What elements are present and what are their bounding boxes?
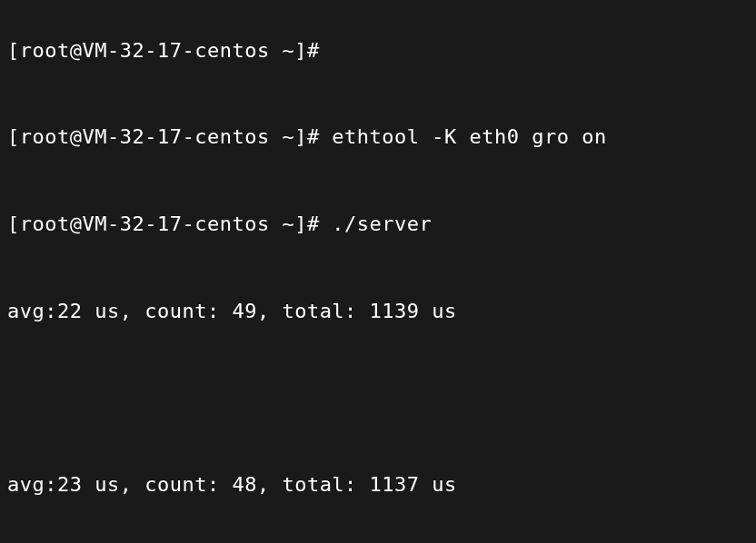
terminal-window[interactable]: [root@VM-32-17-centos ~]# [root@VM-32-17… [0, 0, 756, 543]
output-line: avg:23 us, count: 48, total: 1137 us [7, 470, 749, 499]
prompt-line: [root@VM-32-17-centos ~]# ./server [7, 210, 749, 239]
partial-line-top: [root@VM-32-17-centos ~]# [7, 36, 749, 65]
blank-line [7, 383, 749, 412]
prompt-line: [root@VM-32-17-centos ~]# ethtool -K eth… [7, 123, 749, 152]
output-line: avg:22 us, count: 49, total: 1139 us [7, 297, 749, 326]
